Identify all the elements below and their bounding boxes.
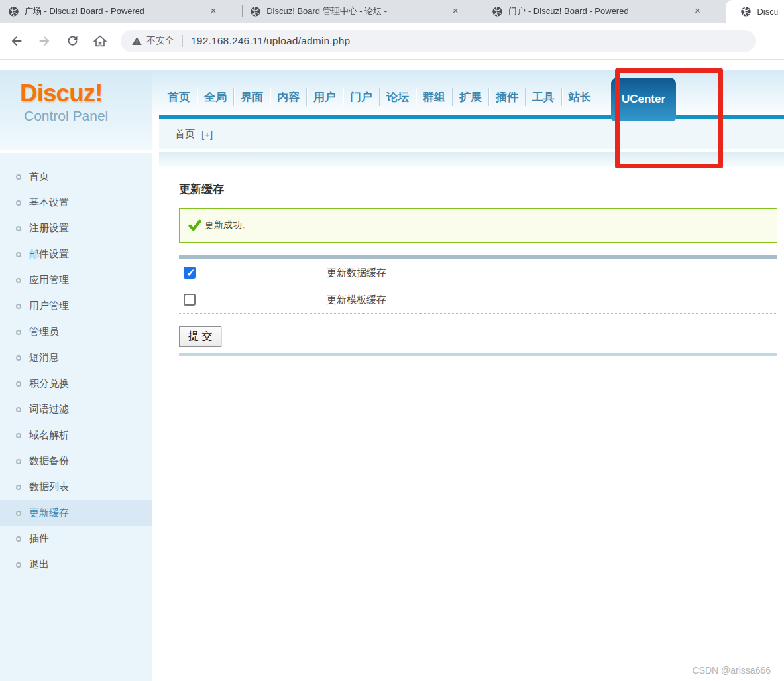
forward-button[interactable] xyxy=(33,30,56,52)
bullet-icon xyxy=(16,433,21,438)
globe-icon xyxy=(492,6,503,17)
sidebar-item-label: 积分兑换 xyxy=(29,377,69,390)
nav-ucenter-tab[interactable]: UCenter xyxy=(611,78,676,121)
sidebar-item-label: 应用管理 xyxy=(29,274,69,286)
tab-title: Discu xyxy=(757,7,779,17)
sidebar-item-label: 管理员 xyxy=(29,326,59,338)
sidebar-item-plugins[interactable]: 插件 xyxy=(0,526,152,552)
browser-tab-2[interactable]: Discuz! Board 管理中心 - 论坛 - × xyxy=(242,0,484,23)
sidebar-item-label: 更新缓存 xyxy=(29,507,69,519)
sidebar-item-data-backup[interactable]: 数据备份 xyxy=(0,448,152,474)
sidebar-item-domain-resolution[interactable]: 域名解析 xyxy=(0,422,152,448)
sidebar-item-mail-settings[interactable]: 邮件设置 xyxy=(0,241,152,267)
data-cache-checkbox[interactable] xyxy=(184,267,196,279)
security-chip[interactable]: 不安全 xyxy=(131,35,174,47)
bullet-icon xyxy=(16,459,21,464)
nav-tools[interactable]: 工具 xyxy=(526,88,562,106)
sidebar-item-label: 域名解析 xyxy=(29,429,69,442)
breadcrumb: 首页 [+] xyxy=(159,119,784,151)
nav-home[interactable]: 首页 xyxy=(161,88,197,106)
sidebar-item-label: 数据列表 xyxy=(29,481,69,493)
section-divider xyxy=(179,353,777,356)
bullet-icon xyxy=(16,536,21,542)
breadcrumb-shade xyxy=(159,152,784,167)
checkbox-label: 更新数据缓存 xyxy=(327,267,386,279)
warning-icon xyxy=(131,36,142,46)
form-row-data-cache: 更新数据缓存 xyxy=(179,259,777,286)
bullet-icon xyxy=(16,485,21,490)
sidebar-item-admins[interactable]: 管理员 xyxy=(0,319,152,345)
bullet-icon xyxy=(16,278,21,283)
nav-plugin[interactable]: 插件 xyxy=(489,88,526,106)
nav-user[interactable]: 用户 xyxy=(307,88,343,106)
sidebar-item-register-settings[interactable]: 注册设置 xyxy=(0,216,152,241)
close-icon[interactable]: × xyxy=(449,5,461,17)
nav-portal[interactable]: 门户 xyxy=(343,88,380,106)
back-button[interactable] xyxy=(5,30,28,52)
sidebar-menu: 首页 基本设置 注册设置 邮件设置 应用管理 用户管理 管理员 短消息 积分兑换… xyxy=(0,151,152,681)
sidebar-item-label: 插件 xyxy=(29,532,49,545)
sidebar-item-user-management[interactable]: 用户管理 xyxy=(0,293,152,319)
accent-bar xyxy=(159,115,784,119)
column-gap xyxy=(152,115,159,681)
sidebar-item-word-filter[interactable]: 词语过滤 xyxy=(0,397,152,422)
sidebar-item-logout[interactable]: 退出 xyxy=(0,552,152,578)
submit-button[interactable]: 提 交 xyxy=(179,326,221,347)
sidebar-item-label: 词语过滤 xyxy=(29,403,69,416)
bullet-icon xyxy=(16,511,21,516)
nav-interface[interactable]: 界面 xyxy=(234,88,270,106)
sidebar-item-data-list[interactable]: 数据列表 xyxy=(0,474,152,500)
sidebar-item-label: 短消息 xyxy=(29,351,59,364)
url-text[interactable]: 192.168.246.11/upload/admin.php xyxy=(191,35,350,47)
sidebar-item-label: 退出 xyxy=(29,558,49,571)
browser-tab-4-active[interactable]: Discu xyxy=(726,0,784,23)
nav-global[interactable]: 全局 xyxy=(197,88,234,106)
bullet-icon xyxy=(16,252,21,257)
sidebar-item-home[interactable]: 首页 xyxy=(0,164,152,190)
address-bar[interactable]: 不安全 192.168.246.11/upload/admin.php xyxy=(121,30,756,52)
page-title: 更新缓存 xyxy=(179,182,224,197)
sidebar-item-basic-settings[interactable]: 基本设置 xyxy=(0,190,152,216)
bullet-icon xyxy=(16,174,21,180)
sidebar-item-credit-exchange[interactable]: 积分兑换 xyxy=(0,371,152,397)
logo-subtitle: Control Panel xyxy=(24,108,108,124)
tab-title: 广场 - Discuz! Board - Powered xyxy=(25,5,203,17)
sidebar-item-label: 基本设置 xyxy=(29,196,69,209)
check-icon xyxy=(188,218,202,233)
bullet-icon xyxy=(16,355,21,361)
nav-content[interactable]: 内容 xyxy=(270,88,307,106)
browser-toolbar: 不安全 192.168.246.11/upload/admin.php xyxy=(0,23,784,60)
sidebar-item-label: 邮件设置 xyxy=(29,248,69,261)
tab-title: 门户 - Discuz! Board - Powered xyxy=(508,5,687,17)
sidebar-item-label: 用户管理 xyxy=(29,300,69,312)
logo-panel: Discuz! Control Panel xyxy=(0,70,152,151)
sidebar-item-update-cache[interactable]: 更新缓存 xyxy=(0,500,152,526)
close-icon[interactable]: × xyxy=(207,5,219,17)
browser-tab-strip: 广场 - Discuz! Board - Powered × Discuz! B… xyxy=(0,0,784,23)
home-button[interactable] xyxy=(89,30,111,52)
bullet-icon xyxy=(16,381,21,387)
divider xyxy=(182,35,183,47)
bullet-icon xyxy=(16,226,21,231)
nav-extend[interactable]: 扩展 xyxy=(453,88,489,106)
bullet-icon xyxy=(16,562,21,568)
breadcrumb-home-link[interactable]: 首页 xyxy=(175,128,195,141)
template-cache-checkbox[interactable] xyxy=(184,294,196,306)
close-icon[interactable]: × xyxy=(691,5,703,17)
nav-group[interactable]: 群组 xyxy=(416,88,453,106)
sidebar-item-short-messages[interactable]: 短消息 xyxy=(0,345,152,371)
tab-title: Discuz! Board 管理中心 - 论坛 - xyxy=(266,5,445,17)
nav-webmaster[interactable]: 站长 xyxy=(562,88,598,106)
breadcrumb-expand-link[interactable]: [+] xyxy=(201,129,213,140)
sidebar-item-app-management[interactable]: 应用管理 xyxy=(0,267,152,293)
nav-forum[interactable]: 论坛 xyxy=(380,88,416,106)
sidebar-item-label: 注册设置 xyxy=(29,222,69,235)
globe-icon xyxy=(740,6,752,17)
bullet-icon xyxy=(16,304,21,309)
reload-button[interactable] xyxy=(61,30,84,52)
bullet-icon xyxy=(16,330,21,335)
browser-tab-1[interactable]: 广场 - Discuz! Board - Powered × xyxy=(0,0,242,23)
browser-tab-3[interactable]: 门户 - Discuz! Board - Powered × xyxy=(484,0,726,23)
globe-icon xyxy=(8,6,19,17)
bullet-icon xyxy=(16,407,21,412)
